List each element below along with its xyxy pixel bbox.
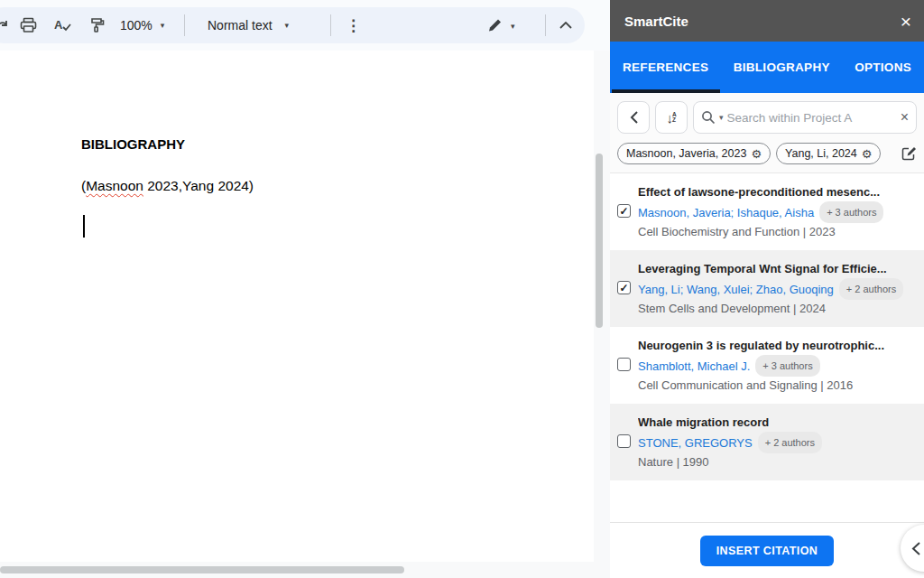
citation-chip-yang[interactable]: Yang, Li, 2024 ⚙ bbox=[776, 143, 881, 164]
checkmark-icon: ✓ bbox=[619, 205, 628, 218]
insert-citation-button[interactable]: INSERT CITATION bbox=[700, 536, 834, 566]
reference-row[interactable]: ✓ Leveraging Temporal Wnt Signal for Eff… bbox=[610, 250, 924, 327]
search-box: ▾ × bbox=[693, 101, 917, 134]
panel-header: SmartCite × bbox=[610, 0, 924, 42]
reference-row[interactable]: ✓ Effect of lawsone-preconditioned mesen… bbox=[610, 173, 924, 250]
reference-row[interactable]: Neurogenin 3 is regulated by neurotrophi… bbox=[610, 327, 924, 404]
misspelled-word: Masnoon bbox=[86, 178, 143, 193]
close-icon[interactable]: × bbox=[901, 12, 911, 31]
svg-text:A: A bbox=[54, 18, 63, 32]
citation-chip-masnoon[interactable]: Masnoon, Javeria, 2023 ⚙ bbox=[617, 143, 771, 164]
chevron-down-icon: ▾ bbox=[285, 21, 290, 30]
more-authors-badge: + 3 authors bbox=[755, 355, 819, 377]
reference-source: Cell Communication and Signaling | 2016 bbox=[638, 377, 917, 395]
reference-source: Nature | 1990 bbox=[638, 453, 917, 471]
paragraph-style-select[interactable]: Normal text ▾ bbox=[208, 18, 289, 33]
panel-tabs: REFERENCES BIBLIOGRAPHY OPTIONS bbox=[610, 42, 924, 93]
reference-body: Leveraging Temporal Wnt Signal for Effic… bbox=[638, 259, 917, 318]
zoom-value: 100% bbox=[120, 18, 152, 33]
reference-body: Neurogenin 3 is regulated by neurotrophi… bbox=[638, 336, 917, 395]
search-scope-caret-icon[interactable]: ▾ bbox=[719, 113, 724, 122]
panel-footer: INSERT CITATION bbox=[610, 522, 924, 578]
reference-list: ✓ Effect of lawsone-preconditioned mesen… bbox=[610, 173, 924, 522]
toolbar: A 100% ▾ Normal text ▾ ⋮ bbox=[0, 0, 610, 51]
zoom-select[interactable]: 100% ▾ bbox=[120, 18, 164, 33]
checkmark-icon: ✓ bbox=[619, 282, 628, 294]
reference-title: Effect of lawsone-preconditioned mesenc.… bbox=[638, 182, 917, 201]
author-links[interactable]: Masnoon, Javeria; Ishaque, Aisha bbox=[638, 206, 814, 219]
reference-checkbox-unchecked[interactable] bbox=[617, 358, 631, 371]
gear-icon[interactable]: ⚙ bbox=[751, 148, 762, 160]
reference-authors: Shamblott, Michael J.+ 3 authors bbox=[638, 355, 917, 377]
search-input[interactable] bbox=[727, 111, 897, 125]
kebab-icon: ⋮ bbox=[346, 16, 361, 35]
search-row: ↓ AZ ▾ × bbox=[610, 93, 924, 139]
editing-mode-button[interactable]: ▾ bbox=[487, 18, 515, 33]
tab-bibliography[interactable]: BIBLIOGRAPHY bbox=[734, 61, 830, 74]
reference-checkbox-checked[interactable]: ✓ bbox=[617, 281, 631, 294]
reference-source: Stem Cells and Development | 2024 bbox=[638, 300, 917, 318]
reference-checkbox-checked[interactable]: ✓ bbox=[617, 204, 631, 218]
gear-icon[interactable]: ⚙ bbox=[862, 148, 873, 160]
chip-label: Masnoon, Javeria, 2023 bbox=[626, 147, 746, 160]
author-links[interactable]: STONE, GREGORYS bbox=[638, 436, 753, 450]
horizontal-scrollbar[interactable] bbox=[0, 566, 404, 573]
reference-authors: STONE, GREGORYS+ 2 authors bbox=[638, 432, 917, 453]
tab-references[interactable]: REFERENCES bbox=[623, 61, 708, 74]
reference-title: Whale migration record bbox=[638, 413, 917, 432]
reference-authors: Yang, Li; Wang, Xulei; Zhao, Guoqing+ 2 … bbox=[638, 278, 917, 300]
text-cursor bbox=[83, 215, 85, 238]
collapse-toolbar-button[interactable] bbox=[559, 22, 572, 29]
paragraph-style-value: Normal text bbox=[208, 18, 273, 33]
smartcite-panel: SmartCite × REFERENCES BIBLIOGRAPHY OPTI… bbox=[610, 0, 924, 578]
document-heading: BIBLIOGRAPHY bbox=[81, 136, 185, 152]
toolbar-divider bbox=[330, 14, 331, 36]
author-links[interactable]: Shamblott, Michael J. bbox=[638, 359, 750, 373]
document-editor-area: A 100% ▾ Normal text ▾ ⋮ bbox=[0, 0, 610, 578]
tab-options[interactable]: OPTIONS bbox=[855, 61, 911, 74]
print-icon[interactable] bbox=[20, 17, 37, 33]
reference-title: Neurogenin 3 is regulated by neurotrophi… bbox=[638, 336, 917, 355]
reference-checkbox-unchecked[interactable] bbox=[617, 434, 631, 448]
redo-icon[interactable] bbox=[0, 19, 8, 32]
reference-authors: Masnoon, Javeria; Ishaque, Aisha+ 3 auth… bbox=[638, 201, 917, 223]
chevron-left-icon bbox=[630, 111, 638, 124]
reference-title: Leveraging Temporal Wnt Signal for Effic… bbox=[638, 259, 917, 278]
chip-label: Yang, Li, 2024 bbox=[785, 147, 857, 160]
back-button[interactable] bbox=[617, 101, 650, 134]
clear-search-icon[interactable]: × bbox=[901, 109, 909, 126]
reference-body: Effect of lawsone-preconditioned mesenc.… bbox=[638, 182, 917, 241]
citation-chips-row: Masnoon, Javeria, 2023 ⚙ Yang, Li, 2024 … bbox=[610, 139, 924, 173]
chevron-up-icon bbox=[559, 22, 572, 29]
more-authors-badge: + 2 authors bbox=[758, 432, 822, 453]
active-tab-indicator bbox=[612, 89, 720, 93]
document-citation-text: (Masnoon 2023,Yang 2024) bbox=[81, 178, 254, 194]
more-authors-badge: + 3 authors bbox=[819, 201, 883, 223]
collapse-panel-button[interactable] bbox=[901, 525, 924, 572]
search-icon bbox=[701, 110, 716, 125]
more-authors-badge: + 2 authors bbox=[839, 278, 903, 300]
horizontal-scroll-track bbox=[0, 562, 610, 578]
author-links[interactable]: Yang, Li; Wang, Xulei; Zhao, Guoqing bbox=[638, 283, 834, 296]
pencil-icon bbox=[487, 18, 503, 33]
document-page[interactable]: BIBLIOGRAPHY (Masnoon 2023,Yang 2024) bbox=[0, 51, 594, 562]
sort-icon: ↓ AZ bbox=[666, 110, 676, 126]
spellcheck-icon[interactable]: A bbox=[54, 17, 72, 33]
toolbar-divider bbox=[184, 14, 185, 36]
reference-source: Cell Biochemistry and Function | 2023 bbox=[638, 223, 917, 241]
sort-button[interactable]: ↓ AZ bbox=[655, 101, 688, 134]
chevron-down-icon: ▾ bbox=[511, 21, 515, 30]
toolbar-overflow-button[interactable]: ⋮ bbox=[346, 16, 361, 35]
panel-title: SmartCite bbox=[624, 14, 688, 29]
chevron-down-icon: ▾ bbox=[161, 21, 165, 30]
edit-citation-icon[interactable] bbox=[901, 146, 917, 162]
vertical-scrollbar[interactable] bbox=[596, 154, 603, 328]
toolbar-divider bbox=[545, 14, 546, 36]
paint-format-icon[interactable] bbox=[88, 17, 105, 34]
reference-body: Whale migration record STONE, GREGORYS+ … bbox=[638, 413, 917, 471]
reference-row[interactable]: Whale migration record STONE, GREGORYS+ … bbox=[610, 404, 924, 480]
chevron-left-icon bbox=[911, 542, 920, 555]
